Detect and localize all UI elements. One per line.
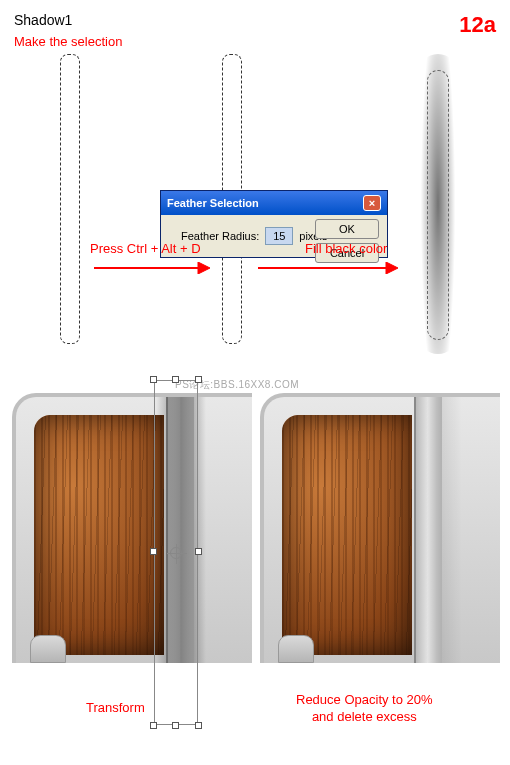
- dialog-titlebar: Feather Selection ×: [161, 191, 387, 215]
- feather-input[interactable]: [265, 227, 293, 245]
- transform-handle[interactable]: [195, 548, 202, 555]
- caption-fill: Fill black color: [305, 241, 387, 256]
- ok-button[interactable]: OK: [315, 219, 379, 239]
- transform-handle[interactable]: [172, 722, 179, 729]
- step-number: 12a: [459, 12, 496, 38]
- caption-transform: Transform: [86, 700, 145, 715]
- render-preview-left: [12, 393, 252, 663]
- arrow-icon: [258, 262, 398, 274]
- transform-box[interactable]: [154, 380, 198, 725]
- dialog-title: Feather Selection: [167, 197, 259, 209]
- shadow-strip-reduced: [412, 397, 462, 663]
- wood-texture: [282, 415, 412, 655]
- transform-handle[interactable]: [150, 376, 157, 383]
- transform-handle[interactable]: [172, 376, 179, 383]
- close-icon[interactable]: ×: [363, 195, 381, 211]
- top-area: Feather Selection × Feather Radius: pixe…: [0, 50, 510, 360]
- selection-marquee-1: [60, 54, 80, 344]
- corner-piece: [278, 635, 314, 663]
- transform-handle[interactable]: [150, 548, 157, 555]
- corner-piece: [30, 635, 66, 663]
- transform-handle[interactable]: [195, 376, 202, 383]
- render-preview-right: [260, 393, 500, 663]
- transform-center[interactable]: [170, 547, 182, 559]
- wood-texture: [34, 415, 164, 655]
- transform-handle[interactable]: [150, 722, 157, 729]
- svg-marker-1: [198, 262, 210, 274]
- arrow-icon: [94, 262, 210, 274]
- caption-shortcut: Press Ctrl + Alt + D: [90, 241, 201, 256]
- caption-opacity: Reduce Opacity to 20%and delete excess: [296, 692, 433, 726]
- selection-marquee-3: [427, 70, 449, 340]
- subtitle: Make the selection: [14, 34, 122, 49]
- transform-handle[interactable]: [195, 722, 202, 729]
- svg-marker-3: [386, 262, 398, 274]
